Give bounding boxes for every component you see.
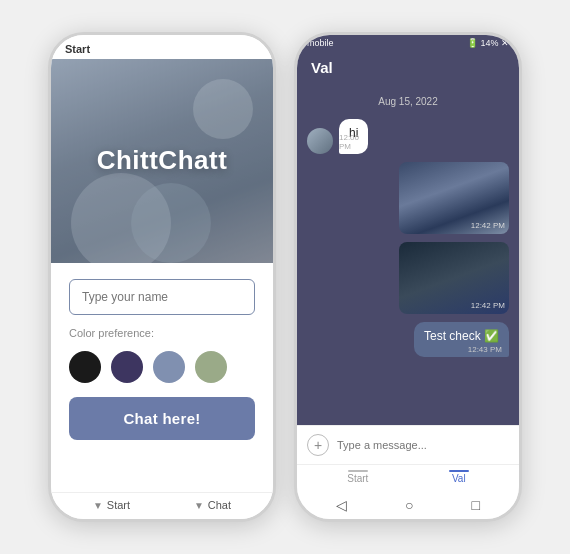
tab-right-val-indicator <box>449 470 469 472</box>
chat-header: Val <box>297 51 519 86</box>
chat-input-bar: + <box>297 425 519 464</box>
tab-start-arrow: ▼ <box>93 500 103 511</box>
img-code-placeholder: 12:42 PM <box>399 242 509 314</box>
tab-start-label: Start <box>107 499 130 511</box>
bubble-hi: hi 12:00 PM <box>339 119 368 154</box>
color-preference-label: Color preference: <box>69 327 255 339</box>
tab-right-start-indicator <box>348 470 368 472</box>
tab-right-start[interactable]: Start <box>347 470 368 484</box>
tab-start[interactable]: ▼ Start <box>93 499 130 511</box>
hero-section: ChittChatt <box>51 59 273 263</box>
chat-messages: Aug 15, 2022 hi 12:00 PM 12:42 PM 12 <box>297 86 519 425</box>
msg-sent-test: Test check ✅ 12:43 PM <box>307 322 509 357</box>
bubble-test-time: 12:43 PM <box>468 345 502 354</box>
avatar-img <box>307 128 333 154</box>
msg-sent-code: 12:42 PM <box>307 242 509 314</box>
chat-title: Val <box>311 59 333 76</box>
img-city-time: 12:42 PM <box>471 221 505 230</box>
swatch-black[interactable] <box>69 351 101 383</box>
msg-sent-city: 12:42 PM <box>307 162 509 234</box>
swatch-purple[interactable] <box>111 351 143 383</box>
nav-back-icon[interactable]: ◁ <box>336 497 347 513</box>
start-label: Start <box>65 43 90 55</box>
status-bar: mobile 🔋 14% ✕ <box>297 35 519 51</box>
name-input[interactable] <box>69 279 255 315</box>
color-swatches <box>69 351 255 383</box>
image-code: 12:42 PM <box>399 242 509 314</box>
tab-chat[interactable]: ▼ Chat <box>194 499 231 511</box>
msg-received-hi: hi 12:00 PM <box>307 119 509 154</box>
image-city: 12:42 PM <box>399 162 509 234</box>
right-phone: mobile 🔋 14% ✕ Val Aug 15, 2022 hi 12:00… <box>294 32 522 522</box>
date-divider: Aug 15, 2022 <box>307 96 509 107</box>
swatch-sage[interactable] <box>195 351 227 383</box>
bubble-test: Test check ✅ 12:43 PM <box>414 322 509 357</box>
app-title: ChittChatt <box>97 145 228 176</box>
status-bar-icons: 🔋 14% ✕ <box>467 38 509 48</box>
tab-right-val[interactable]: Val <box>449 470 469 484</box>
tab-right-start-label: Start <box>347 473 368 484</box>
add-button[interactable]: + <box>307 434 329 456</box>
left-top-bar: Start <box>51 35 273 59</box>
img-city-placeholder: 12:42 PM <box>399 162 509 234</box>
status-bar-left: mobile <box>307 38 334 48</box>
swatch-blue-gray[interactable] <box>153 351 185 383</box>
nav-home-icon[interactable]: ○ <box>405 497 413 513</box>
tab-chat-label: Chat <box>208 499 231 511</box>
message-input[interactable] <box>337 439 509 451</box>
chat-button[interactable]: Chat here! <box>69 397 255 440</box>
left-bottom-bar: ▼ Start ▼ Chat <box>51 492 273 519</box>
img-code-time: 12:42 PM <box>471 301 505 310</box>
tab-chat-arrow: ▼ <box>194 500 204 511</box>
bubble-hi-time: 12:00 PM <box>339 133 361 151</box>
nav-recent-icon[interactable]: □ <box>472 497 480 513</box>
status-bar-right: 🔋 14% ✕ <box>467 38 509 48</box>
tab-right-val-label: Val <box>452 473 466 484</box>
left-body: Color preference: Chat here! <box>51 263 273 493</box>
bubble-test-text: Test check ✅ <box>424 329 499 343</box>
right-bottom-bar: Start Val <box>297 464 519 491</box>
left-phone: Start ChittChatt Color preference: Chat … <box>48 32 276 522</box>
nav-bar: ◁ ○ □ <box>297 491 519 519</box>
avatar-received <box>307 128 333 154</box>
